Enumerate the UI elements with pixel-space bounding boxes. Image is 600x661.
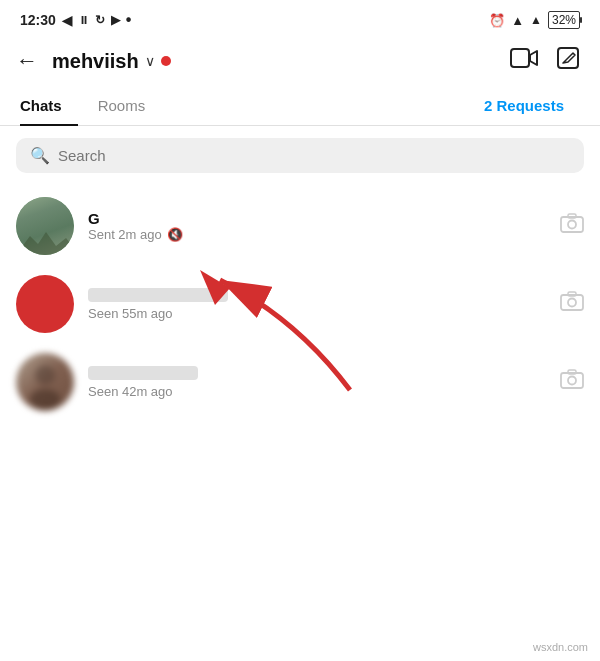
- username-row: mehviish ∨: [52, 50, 171, 73]
- alarm-icon: ⏰: [489, 13, 505, 28]
- tab-requests[interactable]: 2 Requests: [484, 87, 580, 126]
- video-call-button[interactable]: [510, 47, 538, 75]
- dropdown-icon[interactable]: ∨: [145, 53, 155, 69]
- status-bar: 12:30 ◀ ⏸ ↻ ▶ • ⏰ ▲ ▲ 32%: [0, 0, 600, 36]
- tab-chats[interactable]: Chats: [20, 87, 78, 126]
- navigation-icon: ◀: [62, 13, 72, 28]
- search-bar: 🔍: [16, 138, 584, 173]
- chat-name-blur-3: [88, 366, 198, 380]
- svg-point-8: [568, 299, 576, 307]
- back-button[interactable]: ←: [16, 48, 38, 74]
- header-left: ← mehviish ∨: [16, 48, 171, 74]
- muted-icon-1: 🔇: [167, 227, 183, 242]
- svg-point-11: [30, 389, 60, 409]
- chat-item-3[interactable]: Seen 42m ago: [0, 343, 600, 421]
- svg-rect-7: [561, 295, 583, 310]
- sync-icon: ↻: [95, 13, 105, 27]
- signal-icon: ▲: [530, 13, 542, 27]
- chat-name-1: G: [88, 210, 546, 227]
- chat-item-1[interactable]: G Sent 2m ago 🔇: [0, 187, 600, 265]
- chat-info-1: G Sent 2m ago 🔇: [88, 210, 546, 242]
- pause-icon: ⏸: [78, 14, 89, 26]
- chat-item-2[interactable]: Seen 55m ago: [0, 265, 600, 343]
- avatar-1: [16, 197, 74, 255]
- svg-point-13: [568, 377, 576, 385]
- header: ← mehviish ∨: [0, 36, 600, 86]
- svg-rect-0: [511, 49, 529, 67]
- dot-icon: •: [126, 11, 132, 29]
- chat-status-1: Sent 2m ago 🔇: [88, 227, 546, 242]
- svg-point-5: [568, 221, 576, 229]
- avatar-2: [16, 275, 74, 333]
- camera-button-3[interactable]: [560, 369, 584, 395]
- avatar-3: [16, 353, 74, 411]
- battery-icon: 32%: [548, 11, 580, 29]
- tabs-bar: Chats Rooms 2 Requests: [0, 86, 600, 126]
- camera-button-2[interactable]: [560, 291, 584, 317]
- svg-rect-14: [568, 370, 576, 374]
- chat-name-blur-2: [88, 288, 228, 302]
- search-container: 🔍: [0, 126, 600, 181]
- svg-rect-12: [561, 373, 583, 388]
- svg-marker-3: [16, 232, 74, 255]
- chat-status-3: Seen 42m ago: [88, 384, 546, 399]
- online-indicator: [161, 56, 171, 66]
- username-label: mehviish: [52, 50, 139, 73]
- svg-rect-6: [568, 214, 576, 218]
- wifi-icon: ▲: [511, 13, 524, 28]
- search-icon: 🔍: [30, 146, 50, 165]
- status-icons: ⏰ ▲ ▲ 32%: [489, 11, 580, 29]
- header-right: [510, 46, 580, 76]
- svg-point-10: [35, 365, 55, 385]
- camera-button-1[interactable]: [560, 213, 584, 239]
- svg-rect-9: [568, 292, 576, 296]
- svg-rect-4: [561, 217, 583, 232]
- chat-list: G Sent 2m ago 🔇 Seen 55m ago: [0, 181, 600, 427]
- watermark: wsxdn.com: [533, 641, 588, 653]
- chat-info-2: Seen 55m ago: [88, 288, 546, 321]
- chat-info-3: Seen 42m ago: [88, 366, 546, 399]
- svg-marker-1: [530, 51, 537, 65]
- compose-button[interactable]: [556, 46, 580, 76]
- youtube-icon: ▶: [111, 13, 120, 27]
- tab-rooms[interactable]: Rooms: [98, 87, 162, 126]
- search-input[interactable]: [58, 147, 570, 164]
- time-display: 12:30: [20, 12, 56, 28]
- chat-status-2: Seen 55m ago: [88, 306, 546, 321]
- status-time: 12:30 ◀ ⏸ ↻ ▶ •: [20, 11, 131, 29]
